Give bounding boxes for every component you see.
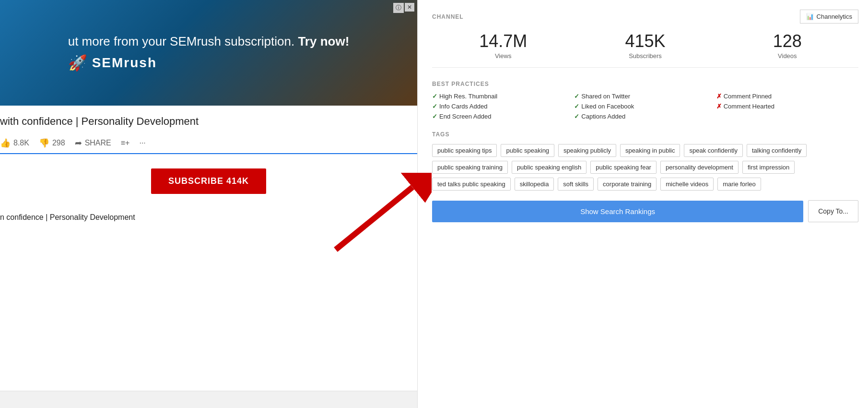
dislike-count: 298 bbox=[52, 139, 65, 147]
tag-talking-confidently[interactable]: talking confidently bbox=[747, 144, 807, 157]
like-button[interactable]: 👍 8.8K bbox=[0, 138, 29, 148]
tag-first-impression[interactable]: first impression bbox=[742, 161, 795, 174]
tag-public-speaking-tips[interactable]: public speaking tips bbox=[432, 144, 497, 157]
channel-label: CHANNEL bbox=[432, 13, 464, 20]
bp-item-captions: ✓ Captions Added bbox=[574, 113, 716, 120]
more-icon: ··· bbox=[139, 139, 145, 147]
videos-value: 128 bbox=[716, 31, 858, 51]
video-actions: 👍 8.8K 👎 298 ➦ SHARE ≡+ ··· bbox=[0, 133, 417, 154]
ad-banner: ⓘ ✕ ut more from your SEMrush subscripti… bbox=[0, 0, 417, 106]
views-stat: 14.7M Views bbox=[432, 31, 574, 60]
ad-close-button[interactable]: ✕ bbox=[405, 3, 414, 12]
dislike-icon: 👎 bbox=[39, 138, 49, 148]
views-value: 14.7M bbox=[432, 31, 574, 51]
bp-item-twitter: ✓ Shared on Twitter bbox=[574, 93, 716, 100]
semrush-brand: SEMrush bbox=[92, 55, 157, 71]
subscribers-label: Subscribers bbox=[574, 52, 716, 60]
like-count: 8.8K bbox=[13, 139, 29, 147]
share-icon: ➦ bbox=[75, 138, 82, 148]
bp-item-end-screen: ✓ End Screen Added bbox=[432, 113, 574, 120]
right-panel: CHANNEL 📊 Channelytics 14.7M Views 415K … bbox=[417, 0, 868, 408]
tag-personality-development[interactable]: personality development bbox=[660, 161, 739, 174]
tag-public-speaking-fear[interactable]: public speaking fear bbox=[590, 161, 657, 174]
bottom-actions: Show Search Rankings Copy To... bbox=[432, 200, 858, 222]
best-practices-grid: ✓ High Res. Thumbnail ✓ Shared on Twitte… bbox=[432, 93, 858, 120]
tag-marie-forleo[interactable]: marie forleo bbox=[717, 178, 761, 191]
copy-to-button[interactable]: Copy To... bbox=[808, 200, 858, 222]
tag-corporate-training[interactable]: corporate training bbox=[598, 178, 657, 191]
bp-item-info-cards: ✓ Info Cards Added bbox=[432, 103, 574, 110]
channelytics-button[interactable]: 📊 Channelytics bbox=[800, 10, 858, 24]
bp-item-high-res: ✓ High Res. Thumbnail bbox=[432, 93, 574, 100]
bp-item-facebook: ✓ Liked on Facebook bbox=[574, 103, 716, 110]
add-icon: ≡+ bbox=[121, 139, 130, 147]
tag-public-speaking-english[interactable]: public speaking english bbox=[512, 161, 586, 174]
tag-michelle-videos[interactable]: michelle videos bbox=[660, 178, 714, 191]
subscribe-area: SUBSCRIBE 414K bbox=[0, 154, 417, 208]
best-practices-section: BEST PRACTICES ✓ High Res. Thumbnail ✓ S… bbox=[432, 79, 858, 120]
bottom-bar bbox=[0, 391, 417, 408]
views-label: Views bbox=[432, 52, 574, 60]
video-title: with confidence | Personality Developmen… bbox=[0, 106, 417, 133]
video-description: n confidence | Personality Development bbox=[0, 208, 417, 227]
bp-item-comment-pinned: ✗ Comment Pinned bbox=[716, 93, 858, 100]
bp-item-comment-hearted: ✗ Comment Hearted bbox=[716, 103, 858, 110]
tags-section: TAGS public speaking tips public speakin… bbox=[432, 130, 858, 191]
share-button[interactable]: ➦ SHARE bbox=[75, 138, 111, 148]
semrush-logo: 🚀 SEMrush bbox=[68, 54, 350, 72]
videos-stat: 128 Videos bbox=[716, 31, 858, 60]
tag-public-speaking[interactable]: public speaking bbox=[501, 144, 554, 157]
tag-ted-talks[interactable]: ted talks public speaking bbox=[432, 178, 511, 191]
subscribers-value: 415K bbox=[574, 31, 716, 51]
like-icon: 👍 bbox=[0, 138, 11, 148]
best-practices-label: BEST PRACTICES bbox=[432, 81, 489, 87]
more-button[interactable]: ··· bbox=[139, 139, 145, 147]
ad-text: ut more from your SEMrush subscription. … bbox=[68, 34, 350, 49]
ad-info-button[interactable]: ⓘ bbox=[393, 3, 404, 13]
tag-speak-confidently[interactable]: speak confidently bbox=[684, 144, 742, 157]
show-search-rankings-button[interactable]: Show Search Rankings bbox=[432, 201, 803, 222]
subscribers-stat: 415K Subscribers bbox=[574, 31, 716, 60]
channel-stats: 14.7M Views 415K Subscribers 128 Videos bbox=[432, 31, 858, 68]
semrush-icon: 🚀 bbox=[68, 54, 87, 72]
tags-label: TAGS bbox=[432, 131, 449, 138]
dislike-button[interactable]: 👎 298 bbox=[39, 138, 65, 148]
tag-public-speaking-training[interactable]: public speaking training bbox=[432, 161, 508, 174]
share-label: SHARE bbox=[85, 139, 111, 147]
subscribe-button[interactable]: SUBSCRIBE 414K bbox=[151, 168, 266, 194]
tag-speaking-in-public[interactable]: speaking in public bbox=[620, 144, 680, 157]
tag-soft-skills[interactable]: soft skills bbox=[558, 178, 594, 191]
tag-skillopedia[interactable]: skillopedia bbox=[515, 178, 554, 191]
videos-label: Videos bbox=[716, 52, 858, 60]
left-panel: ⓘ ✕ ut more from your SEMrush subscripti… bbox=[0, 0, 417, 408]
channelytics-label: Channelytics bbox=[817, 13, 852, 20]
panel-header: CHANNEL 📊 Channelytics bbox=[432, 10, 858, 24]
tags-grid: public speaking tips public speaking spe… bbox=[432, 144, 858, 191]
tag-speaking-publicly[interactable]: speaking publicly bbox=[558, 144, 616, 157]
bar-chart-icon: 📊 bbox=[806, 13, 814, 20]
add-to-button[interactable]: ≡+ bbox=[121, 139, 130, 147]
